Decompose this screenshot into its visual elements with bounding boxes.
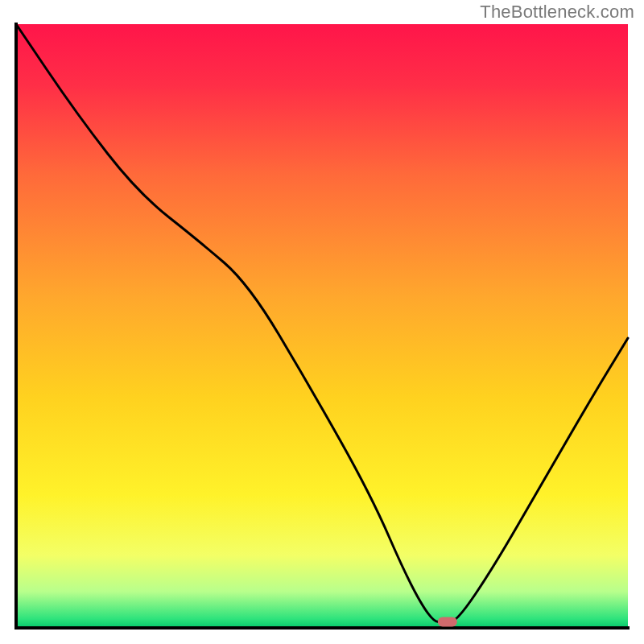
chart-container: TheBottleneck.com [0, 0, 644, 644]
bottleneck-chart [0, 0, 644, 644]
optimal-marker [438, 617, 457, 627]
plot-background [16, 24, 628, 628]
